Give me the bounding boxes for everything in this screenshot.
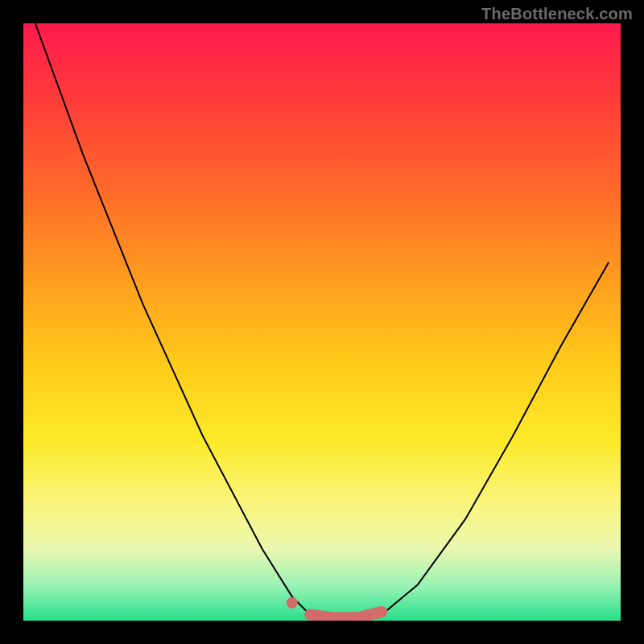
watermark-text: TheBottleneck.com bbox=[481, 5, 633, 23]
highlight-dot bbox=[287, 597, 298, 609]
curve-right bbox=[382, 262, 609, 615]
curve-svg bbox=[23, 23, 621, 621]
plot-area bbox=[23, 23, 621, 621]
highlight-flat bbox=[310, 612, 382, 617]
outer-frame: TheBottleneck.com bbox=[0, 0, 644, 644]
curve-left bbox=[35, 23, 310, 615]
